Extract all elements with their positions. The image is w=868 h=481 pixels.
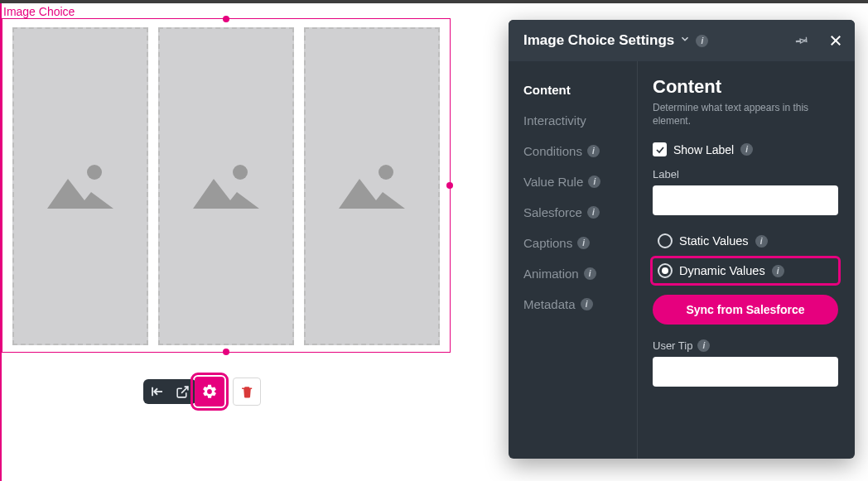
radio-label: Static Values xyxy=(679,234,749,248)
info-icon[interactable]: i xyxy=(696,35,708,47)
close-icon[interactable] xyxy=(828,33,843,48)
show-label-checkbox[interactable] xyxy=(653,142,667,156)
svg-line-5 xyxy=(181,387,188,393)
panel-title: Image Choice Settings xyxy=(523,32,674,49)
static-values-option[interactable]: Static Values i xyxy=(653,228,838,253)
image-slot[interactable] xyxy=(158,27,294,345)
user-tip-input[interactable] xyxy=(653,357,838,387)
nav-label: Metadata xyxy=(523,297,576,311)
image-slot[interactable] xyxy=(304,27,440,345)
nav-content[interactable]: Content xyxy=(523,75,637,105)
svg-point-2 xyxy=(379,165,393,180)
image-slot[interactable] xyxy=(12,27,148,345)
nav-label: Animation xyxy=(523,267,579,281)
nav-label: Value Rule xyxy=(523,175,583,189)
resize-handle-top[interactable] xyxy=(223,16,229,22)
nav-captions[interactable]: Captionsi xyxy=(523,228,637,258)
svg-point-0 xyxy=(87,165,102,180)
panel-content: Content Determine what text appears in t… xyxy=(638,61,855,459)
info-icon[interactable]: i xyxy=(755,235,768,248)
content-description: Determine what text appears in this elem… xyxy=(653,101,838,127)
radio-icon xyxy=(658,263,673,278)
resize-handle-right[interactable] xyxy=(446,182,453,189)
label-input[interactable] xyxy=(653,185,838,215)
nav-animation[interactable]: Animationi xyxy=(523,258,637,289)
content-heading: Content xyxy=(653,76,838,98)
info-icon: i xyxy=(577,237,590,249)
label-field-label: Label xyxy=(653,168,838,180)
info-icon[interactable]: i xyxy=(740,143,753,156)
nav-value-rule[interactable]: Value Rulei xyxy=(523,166,637,197)
dynamic-values-option[interactable]: Dynamic Values i xyxy=(653,258,838,283)
info-icon: i xyxy=(587,145,600,157)
nav-interactivity[interactable]: Interactivity xyxy=(523,105,637,136)
delete-button[interactable] xyxy=(233,378,261,406)
nav-label: Content xyxy=(523,83,571,97)
image-choices-row xyxy=(2,19,450,345)
radio-icon xyxy=(658,233,673,248)
info-icon[interactable]: i xyxy=(697,339,710,352)
panel-nav: Content Interactivity Conditionsi Value … xyxy=(509,61,638,459)
pin-icon[interactable] xyxy=(795,33,810,48)
radio-label: Dynamic Values xyxy=(679,264,765,277)
settings-button[interactable] xyxy=(195,377,224,406)
element-toolbar xyxy=(143,377,261,406)
info-icon: i xyxy=(588,176,600,188)
image-choice-element[interactable] xyxy=(2,18,451,353)
nav-salesforce[interactable]: Salesforcei xyxy=(523,197,637,228)
show-label-text: Show Label xyxy=(673,143,734,156)
chevron-down-icon[interactable] xyxy=(679,33,691,48)
image-placeholder-icon xyxy=(189,161,263,212)
image-placeholder-icon xyxy=(43,161,118,212)
open-external-icon[interactable] xyxy=(175,384,190,399)
resize-handle-bottom[interactable] xyxy=(223,349,229,355)
dock-left-icon[interactable] xyxy=(150,384,165,399)
info-icon: i xyxy=(581,298,593,310)
info-icon: i xyxy=(587,206,600,219)
user-tip-label: User Tip i xyxy=(653,339,838,352)
value-mode-group: Static Values i Dynamic Values i xyxy=(653,228,838,283)
settings-panel: Image Choice Settings i Content Interact… xyxy=(509,20,855,459)
info-icon: i xyxy=(584,267,596,280)
show-label-row[interactable]: Show Label i xyxy=(653,142,838,156)
nav-conditions[interactable]: Conditionsi xyxy=(523,136,637,166)
svg-point-1 xyxy=(233,165,248,180)
nav-label: Salesforce xyxy=(523,205,582,219)
nav-label: Captions xyxy=(523,236,572,250)
nav-label: Interactivity xyxy=(523,113,586,127)
nav-label: Conditions xyxy=(523,144,582,158)
image-placeholder-icon xyxy=(335,161,409,212)
nav-metadata[interactable]: Metadatai xyxy=(523,289,637,320)
panel-header: Image Choice Settings i xyxy=(509,20,855,61)
element-type-label: Image Choice xyxy=(0,3,868,18)
sync-salesforce-button[interactable]: Sync from Salesforce xyxy=(653,295,838,325)
toolbar-dark-group xyxy=(143,379,196,404)
info-icon[interactable]: i xyxy=(772,265,784,277)
